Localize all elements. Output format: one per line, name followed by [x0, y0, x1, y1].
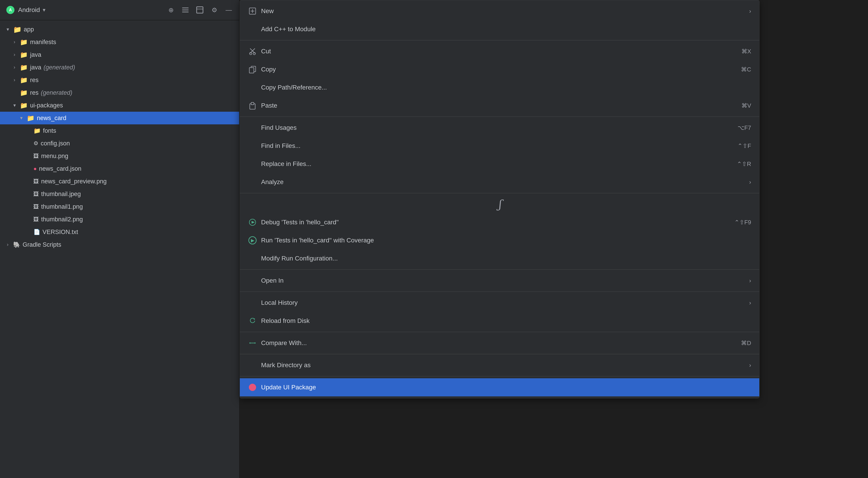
- tree-item-label: manifests: [30, 39, 56, 46]
- submenu-arrow-icon: ›: [749, 277, 751, 284]
- toolbar: A Android ▾ ⊕ ⚙ —: [0, 0, 239, 20]
- menu-item-update-ui-package[interactable]: Update UI Package: [240, 378, 759, 396]
- submenu-arrow-icon: ›: [749, 362, 751, 369]
- tree-item-thumbnail1-png[interactable]: 🖼 thumbnail1.png: [0, 200, 239, 213]
- menu-item-paste[interactable]: Paste ⌘V: [240, 96, 759, 115]
- tree-item-label: config.json: [41, 140, 70, 147]
- shortcut-copy: ⌘C: [741, 66, 751, 73]
- separator-7: [240, 354, 759, 354]
- menu-item-open-in[interactable]: Open In ›: [240, 272, 759, 290]
- tree-item-gradle-scripts[interactable]: › 🐘 Gradle Scripts: [0, 238, 239, 251]
- tree-item-label: fonts: [43, 127, 56, 134]
- collapse-all-button[interactable]: [180, 5, 190, 15]
- submenu-arrow-icon: ›: [749, 8, 751, 15]
- menu-item-label-debug: Debug 'Tests in 'hello_card'': [261, 219, 730, 226]
- tree-item-manifests[interactable]: › 📁 manifests: [0, 36, 239, 49]
- menu-item-label-run-coverage: Run 'Tests in 'hello_card'' with Coverag…: [261, 237, 751, 244]
- menu-item-find-in-files[interactable]: Find in Files... ⌃⇧F: [240, 137, 759, 155]
- menu-item-copy-path[interactable]: Copy Path/Reference...: [240, 79, 759, 96]
- menu-item-compare-with[interactable]: Compare With... ⌘D: [240, 334, 759, 352]
- menu-item-label-add-cpp: Add C++ to Module: [261, 26, 751, 33]
- tree-item-menu-png[interactable]: 🖼 menu.png: [0, 150, 239, 162]
- menu-item-label-local-history: Local History: [261, 299, 745, 306]
- copy-icon: [248, 65, 257, 74]
- svg-text:A: A: [9, 8, 12, 12]
- spinner-icon: ʃ: [498, 198, 501, 211]
- folder-icon: 📁: [20, 38, 28, 46]
- chevron-down-icon: ▾: [43, 7, 45, 13]
- menu-item-label-copy-path: Copy Path/Reference...: [261, 84, 751, 91]
- chevron-icon: ▾: [11, 102, 18, 109]
- tree-item-app[interactable]: ▾ 📁 app: [0, 23, 239, 36]
- file-tree-panel: A Android ▾ ⊕ ⚙ — ▾ 📁 app: [0, 0, 240, 478]
- tree-item-version-txt[interactable]: 📄 VERSION.txt: [0, 226, 239, 238]
- tree-item-fonts[interactable]: 📁 fonts: [0, 124, 239, 137]
- shortcut-replace-in-files: ⌃⇧R: [737, 160, 751, 168]
- tree-item-label: res: [30, 77, 39, 84]
- tree-item-res[interactable]: › 📁 res: [0, 74, 239, 86]
- tree-item-thumbnail-jpeg[interactable]: 🖼 thumbnail.jpeg: [0, 188, 239, 200]
- file-tree: ▾ 📁 app › 📁 manifests › 📁 java › 📁 java …: [0, 20, 239, 478]
- chevron-icon: [25, 166, 31, 172]
- tree-item-thumbnail2-png[interactable]: 🖼 thumbnail2.png: [0, 213, 239, 226]
- menu-item-cut[interactable]: Cut ⌘X: [240, 42, 759, 60]
- tree-item-label: Gradle Scripts: [23, 241, 61, 248]
- folder-icon: 📁: [20, 102, 28, 109]
- menu-item-label-mark-directory: Mark Directory as: [261, 362, 745, 369]
- menu-item-label-find-usages: Find Usages: [261, 124, 734, 131]
- separator-1: [240, 40, 759, 40]
- tree-item-news-card-preview[interactable]: 🖼 news_card_preview.png: [0, 175, 239, 188]
- menu-item-new[interactable]: New ›: [240, 2, 759, 20]
- menu-item-replace-in-files[interactable]: Replace in Files... ⌃⇧R: [240, 155, 759, 173]
- svg-marker-18: [254, 318, 255, 320]
- menu-item-label-reload-disk: Reload from Disk: [261, 317, 751, 325]
- menu-item-reload-disk[interactable]: Reload from Disk: [240, 312, 759, 330]
- menu-item-label-find-in-files: Find in Files...: [261, 142, 734, 149]
- separator-2: [240, 116, 759, 117]
- menu-item-modify-run[interactable]: Modify Run Configuration...: [240, 249, 759, 268]
- generated-suffix: (generated): [41, 89, 72, 96]
- submenu-arrow-icon: ›: [749, 299, 751, 306]
- settings-button[interactable]: ⚙: [209, 5, 219, 15]
- chevron-icon: [25, 191, 31, 197]
- add-target-button[interactable]: ⊕: [166, 5, 176, 15]
- tree-item-ui-packages[interactable]: ▾ 📁 ui-packages: [0, 99, 239, 112]
- menu-item-local-history[interactable]: Local History ›: [240, 294, 759, 312]
- menu-item-add-cpp[interactable]: Add C++ to Module: [240, 20, 759, 38]
- svg-rect-13: [249, 68, 254, 73]
- generated-suffix: (generated): [43, 64, 75, 71]
- tree-item-news-card-json[interactable]: ● news_card.json: [0, 162, 239, 175]
- menu-item-label-replace-in-files: Replace in Files...: [261, 160, 733, 168]
- svg-marker-21: [255, 342, 256, 344]
- chevron-icon: [25, 204, 31, 210]
- tree-item-label: app: [24, 26, 34, 33]
- expand-all-button[interactable]: [195, 5, 205, 15]
- collapse-all-icon: [181, 6, 189, 14]
- svg-rect-5: [197, 7, 203, 13]
- chevron-icon: [25, 216, 31, 222]
- tree-item-config-json[interactable]: ⚙ config.json: [0, 137, 239, 150]
- menu-item-run-coverage[interactable]: ▶ Run 'Tests in 'hello_card'' with Cover…: [240, 231, 759, 249]
- menu-item-debug[interactable]: Debug 'Tests in 'hello_card'' ⌃⇧F9: [240, 213, 759, 231]
- tree-item-java[interactable]: › 📁 java: [0, 49, 239, 61]
- menu-item-mark-directory[interactable]: Mark Directory as ›: [240, 356, 759, 374]
- tree-item-res-generated[interactable]: 📁 res (generated): [0, 86, 239, 99]
- minimize-button[interactable]: —: [224, 5, 234, 15]
- tree-item-label: thumbnail2.png: [41, 216, 83, 223]
- tree-item-news-card[interactable]: ▾ 📁 news_card: [0, 112, 239, 124]
- cut-icon: [248, 47, 257, 56]
- tree-item-label: res: [30, 89, 39, 96]
- folder-icon: 📁: [13, 26, 22, 33]
- chevron-icon: [25, 153, 31, 159]
- menu-item-find-usages[interactable]: Find Usages ⌥F7: [240, 119, 759, 137]
- menu-item-label-update-ui-package: Update UI Package: [261, 384, 751, 391]
- tree-item-label: news_card_preview.png: [41, 178, 107, 185]
- shortcut-paste: ⌘V: [741, 102, 751, 109]
- file-icon: 📄: [33, 229, 40, 235]
- tree-item-java-generated[interactable]: › 📁 java (generated): [0, 61, 239, 74]
- folder-icon: 📁: [20, 77, 28, 84]
- project-title[interactable]: A Android ▾: [5, 5, 45, 15]
- menu-item-copy[interactable]: Copy ⌘C: [240, 60, 759, 79]
- menu-item-analyze[interactable]: Analyze ›: [240, 173, 759, 191]
- gradle-icon: 🐘: [13, 241, 20, 248]
